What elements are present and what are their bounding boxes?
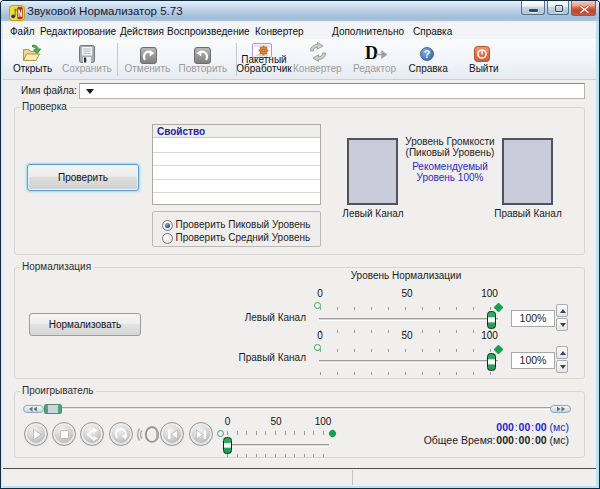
svg-text:?: ? [424, 48, 430, 60]
